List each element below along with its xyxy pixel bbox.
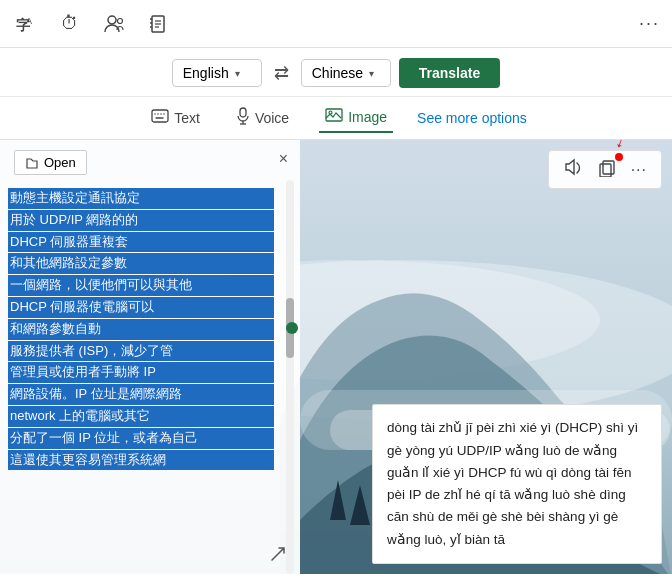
mode-tabs: Text Voice Image See more options — [0, 97, 672, 140]
chinese-line-6: DHCP 伺服器使電腦可以 — [8, 297, 274, 318]
svg-point-21 — [329, 111, 332, 114]
svg-point-3 — [118, 18, 123, 23]
chinese-line-7: 和網路參數自動 — [8, 319, 274, 340]
chinese-line-10: 網路設備。IP 位址是網際網路 — [8, 384, 274, 405]
main-content: Open × 動態主機設定通訊協定 用於 UDP/IP 網路的的 DHCP 伺服… — [0, 140, 672, 574]
speaker-icon[interactable] — [559, 156, 587, 183]
image-icon — [325, 107, 343, 127]
tab-text-label: Text — [174, 110, 200, 126]
chinese-line-4: 和其他網路設定參數 — [8, 253, 274, 274]
language-bar: English ▾ ⇄ Chinese ▾ Translate — [0, 48, 672, 97]
tab-image-label: Image — [348, 109, 387, 125]
people-icon[interactable] — [100, 10, 128, 38]
scroll-track[interactable] — [286, 180, 294, 574]
tab-image[interactable]: Image — [319, 103, 393, 133]
svg-rect-27 — [603, 161, 614, 174]
more-options-icon[interactable]: ··· — [639, 13, 660, 34]
resize-icon[interactable] — [270, 546, 286, 566]
open-file-icon — [25, 156, 39, 170]
more-content-icon[interactable]: ··· — [627, 159, 651, 181]
see-more-options-link[interactable]: See more options — [417, 110, 527, 126]
chinese-line-5: 一個網路，以便他們可以與其他 — [8, 275, 274, 296]
chinese-line-3: DHCP 伺服器重複套 — [8, 232, 274, 253]
scroll-handle[interactable] — [286, 322, 298, 334]
svg-point-2 — [108, 16, 116, 24]
left-translation-panel: Open × 動態主機設定通訊協定 用於 UDP/IP 網路的的 DHCP 伺服… — [0, 140, 300, 574]
svg-text:A: A — [26, 16, 32, 26]
source-lang-chevron: ▾ — [235, 68, 240, 79]
open-button[interactable]: Open — [14, 150, 87, 175]
chinese-line-1: 動態主機設定通訊協定 — [8, 188, 274, 209]
target-language-label: Chinese — [312, 65, 363, 81]
microphone-icon — [236, 107, 250, 129]
source-language-select[interactable]: English ▾ — [172, 59, 262, 87]
svg-rect-17 — [240, 108, 246, 117]
translation-text: dòng tài zhǔ jī pèi zhì xié yì (DHCP) sh… — [387, 420, 638, 546]
chinese-line-2: 用於 UDP/IP 網路的的 — [8, 210, 274, 231]
content-controls: ↓ ··· — [548, 150, 662, 189]
tab-voice[interactable]: Voice — [230, 103, 295, 133]
tab-voice-label: Voice — [255, 110, 289, 126]
chinese-line-8: 服務提供者 (ISP)，減少了管 — [8, 341, 274, 362]
chinese-line-9: 管理員或使用者手動將 IP — [8, 362, 274, 383]
source-language-label: English — [183, 65, 229, 81]
svg-rect-28 — [600, 164, 611, 177]
right-translation-panel: dòng tài zhǔ jī pèi zhì xié yì (DHCP) sh… — [372, 404, 662, 564]
chinese-text-content: 動態主機設定通訊協定 用於 UDP/IP 網路的的 DHCP 伺服器重複套 和其… — [0, 184, 282, 544]
svg-rect-11 — [152, 110, 168, 122]
translate-icon[interactable]: 字 A — [12, 10, 40, 38]
scroll-thumb[interactable] — [286, 298, 294, 358]
keyboard-icon — [151, 109, 169, 127]
chinese-line-12: 分配了一個 IP 位址，或者為自己 — [8, 428, 274, 449]
toolbar: 字 A ⏱ ··· — [0, 0, 672, 48]
swap-languages-icon[interactable]: ⇄ — [270, 62, 293, 84]
close-panel-button[interactable]: × — [279, 150, 288, 168]
copy-icon[interactable]: ↓ — [593, 155, 621, 184]
chinese-line-11: network 上的電腦或其它 — [8, 406, 274, 427]
target-lang-chevron: ▾ — [369, 68, 374, 79]
notebook-icon[interactable] — [144, 10, 172, 38]
translate-button[interactable]: Translate — [399, 58, 500, 88]
history-icon[interactable]: ⏱ — [56, 10, 84, 38]
target-language-select[interactable]: Chinese ▾ — [301, 59, 391, 87]
chinese-line-13: 這還使其更容易管理系統網 — [8, 450, 274, 471]
tab-text[interactable]: Text — [145, 105, 206, 131]
